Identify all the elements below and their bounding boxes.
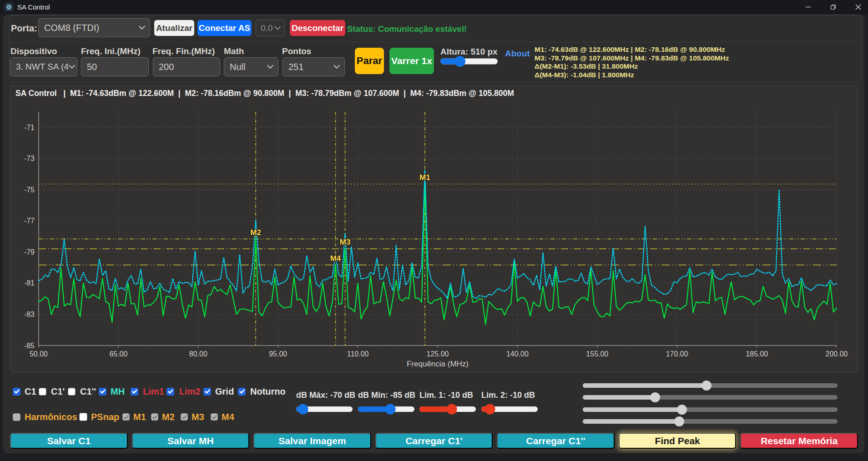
chevron-down-icon xyxy=(333,62,340,69)
sweep-button[interactable]: Varrer 1x xyxy=(389,48,434,74)
load-c1pp-button[interactable]: Carregar C1'' xyxy=(497,433,615,449)
aux-slider-2[interactable] xyxy=(583,405,838,415)
device-select-value: 3. NWT SA (4 xyxy=(16,62,69,72)
height-slider[interactable] xyxy=(440,56,498,66)
svg-text:-75: -75 xyxy=(24,186,35,194)
checkbox-label-harmnicos[interactable]: Harmônicos xyxy=(25,411,77,422)
aux-slider-0[interactable] xyxy=(583,381,838,391)
save-image-button[interactable]: Salvar Imagem xyxy=(253,433,371,449)
svg-text:-81: -81 xyxy=(24,279,35,287)
freq-end-label: Freq. Fin.(MHz) xyxy=(152,46,215,56)
svg-text:-79: -79 xyxy=(24,248,35,256)
checkbox-label-grid[interactable]: Grid xyxy=(215,386,234,397)
spectrum-chart[interactable]: -71-73-75-77-79-81-83-8550.0065.0080.009… xyxy=(10,85,858,372)
freq-start-input[interactable]: 50 xyxy=(81,57,149,76)
main-panel: Porta: COM8 (FTDI) Atualizar Conectar AS… xyxy=(3,14,864,453)
freq-start-label: Freq. Ini.(MHz) xyxy=(81,46,141,56)
reset-memory-button[interactable]: Resetar Memória xyxy=(740,433,858,449)
checkbox-label-c1[interactable]: C1 xyxy=(25,386,36,397)
checkbox-lim1[interactable] xyxy=(131,388,138,396)
about-link[interactable]: About xyxy=(505,49,530,59)
svg-text:185.00: 185.00 xyxy=(746,350,768,358)
aux-slider-1[interactable] xyxy=(583,392,838,402)
checkbox-mh[interactable] xyxy=(99,388,106,396)
checkbox-label-m4[interactable]: M4 xyxy=(222,411,234,422)
save-c1-button[interactable]: Salvar C1 xyxy=(10,433,128,449)
svg-text:-83: -83 xyxy=(24,311,35,318)
connect-button[interactable]: Conectar AS xyxy=(197,20,252,36)
freq-end-input[interactable]: 200 xyxy=(153,57,220,76)
checkbox-c1[interactable] xyxy=(68,388,76,396)
checkbox-m1[interactable] xyxy=(122,413,130,421)
slider-thumb[interactable] xyxy=(446,404,457,414)
level-slider-2[interactable] xyxy=(419,404,476,414)
slider-thumb[interactable] xyxy=(454,56,465,67)
titlebar: SA Control xyxy=(0,0,868,14)
checkbox-label-c1[interactable]: C1' xyxy=(51,386,65,397)
points-select-value: 251 xyxy=(288,62,303,72)
checkbox-label-noturno[interactable]: Noturno xyxy=(250,386,286,397)
baud-select[interactable]: 0.0 xyxy=(256,20,285,36)
checkbox-harmnicos[interactable] xyxy=(13,413,20,421)
slider-thumb[interactable] xyxy=(484,404,495,414)
aux-slider-3[interactable] xyxy=(583,416,838,426)
checkbox-label-m3[interactable]: M3 xyxy=(192,411,204,422)
toolbar-divider xyxy=(10,42,861,42)
level-slider-3[interactable] xyxy=(481,404,538,414)
svg-text:170.00: 170.00 xyxy=(666,350,688,358)
checkbox-label-psnap[interactable]: PSnap xyxy=(91,411,119,422)
checkbox-label-c1[interactable]: C1'' xyxy=(80,386,96,397)
slider-thumb[interactable] xyxy=(677,405,687,415)
math-select[interactable]: Null xyxy=(224,57,278,76)
slider-thumb[interactable] xyxy=(650,392,660,402)
maximize-button[interactable] xyxy=(823,0,843,14)
find-peak-button[interactable]: Find Peak xyxy=(619,433,737,449)
save-mh-button[interactable]: Salvar MH xyxy=(132,433,250,449)
slider-thumb[interactable] xyxy=(674,416,684,426)
level-slider-1[interactable] xyxy=(358,404,414,414)
checkbox-m3[interactable] xyxy=(181,413,188,421)
svg-text:200.00: 200.00 xyxy=(826,350,848,358)
svg-text:140.00: 140.00 xyxy=(506,350,529,358)
checkbox-label-lim1[interactable]: Lim1 xyxy=(143,386,164,397)
port-select[interactable]: COM8 (FTDI) xyxy=(38,18,150,37)
checkbox-lim2[interactable] xyxy=(167,388,174,396)
checkbox-noturno[interactable] xyxy=(238,388,246,396)
chevron-down-icon xyxy=(274,23,281,30)
chevron-down-icon xyxy=(69,62,75,69)
device-label: Dispositivo xyxy=(10,46,57,56)
checkbox-psnap[interactable] xyxy=(79,413,87,421)
points-label: Pontos xyxy=(282,46,311,56)
minimize-button[interactable] xyxy=(798,0,818,14)
slider-thumb[interactable] xyxy=(701,381,712,391)
checkbox-m2[interactable] xyxy=(151,413,158,421)
refresh-button[interactable]: Atualizar xyxy=(154,20,194,36)
svg-text:-73: -73 xyxy=(24,155,35,162)
port-label: Porta: xyxy=(11,23,37,34)
math-label: Math xyxy=(224,46,244,56)
window-title: SA Control xyxy=(17,3,50,11)
checkbox-label-mh[interactable]: MH xyxy=(111,386,125,397)
checkbox-label-m1[interactable]: M1 xyxy=(133,411,146,422)
slider-thumb[interactable] xyxy=(385,404,395,414)
svg-text:-77: -77 xyxy=(24,217,35,225)
svg-text:110.00: 110.00 xyxy=(347,350,369,358)
device-select[interactable]: 3. NWT SA (4 xyxy=(10,57,77,76)
load-c1p-button[interactable]: Carregar C1' xyxy=(375,433,493,449)
points-select[interactable]: 251 xyxy=(283,57,345,76)
checkbox-c1[interactable] xyxy=(13,388,20,396)
chart-panel: SA Control | M1: -74.63dBm @ 122.600M | … xyxy=(10,85,858,372)
close-button[interactable] xyxy=(848,0,868,14)
disconnect-button[interactable]: Desconectar xyxy=(290,20,345,36)
chevron-down-icon xyxy=(267,62,273,69)
level-slider-0[interactable] xyxy=(296,404,353,414)
checkbox-grid[interactable] xyxy=(203,388,211,396)
svg-text:M3: M3 xyxy=(340,238,351,246)
slider-thumb[interactable] xyxy=(298,404,308,414)
checkbox-label-lim2[interactable]: Lim2 xyxy=(179,386,201,397)
checkbox-c1[interactable] xyxy=(39,388,46,396)
checkbox-m4[interactable] xyxy=(211,413,218,421)
stop-button[interactable]: Parar xyxy=(355,48,384,74)
checkbox-label-m2[interactable]: M2 xyxy=(162,411,175,422)
svg-text:M1: M1 xyxy=(419,173,430,182)
